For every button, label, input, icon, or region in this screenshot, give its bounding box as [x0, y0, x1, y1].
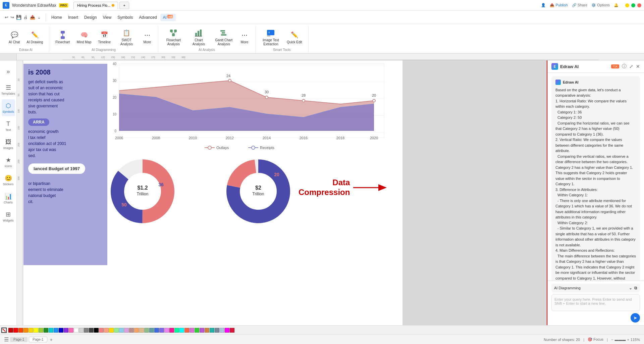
save-btn[interactable]: 💾 [16, 15, 21, 20]
color-swatch[interactable] [169, 328, 174, 333]
canvas-area[interactable]: 20 50 100 150 200 250 300 is 2008 get de… [17, 60, 547, 325]
user-avatar-icon[interactable]: 👤 [541, 3, 546, 7]
ai-expand-btn[interactable]: ⤢ [629, 64, 633, 69]
ribbon-btn-swot[interactable]: 📋 SWOT Analysis [115, 27, 138, 48]
ribbon-btn-chart-analysis[interactable]: Chart Analysis [187, 27, 210, 48]
color-swatch[interactable] [139, 328, 144, 333]
sidebar-btn-text[interactable]: T Text [2, 117, 15, 134]
sidebar-btn-stickers[interactable]: 😊 Stickers [2, 172, 15, 189]
color-swatch[interactable] [129, 328, 134, 333]
ai-info-btn[interactable]: ⓘ [622, 63, 627, 69]
color-swatch[interactable] [99, 328, 104, 333]
export-btn[interactable]: 📤 [30, 15, 35, 20]
color-swatch[interactable] [119, 328, 124, 333]
menu-view[interactable]: View [100, 14, 114, 21]
color-swatch[interactable] [109, 328, 114, 333]
ai-input-field[interactable]: Enter your query here. Press Enter to se… [551, 294, 640, 311]
ribbon-btn-flowchart-analysis[interactable]: Flowchart Analysis [162, 27, 185, 48]
add-page-btn[interactable]: + [50, 337, 53, 342]
color-swatch[interactable] [164, 328, 169, 333]
color-swatch[interactable] [69, 328, 73, 333]
color-swatch[interactable] [190, 328, 194, 333]
print-btn[interactable]: 🖨 [23, 15, 28, 20]
tab-new[interactable]: + [119, 2, 129, 9]
color-swatch[interactable] [54, 328, 58, 333]
notif-icon[interactable]: 🔔 [614, 3, 619, 7]
color-swatch[interactable] [230, 328, 234, 333]
color-swatch[interactable] [94, 328, 99, 333]
color-swatch[interactable] [134, 328, 139, 333]
tab-hiring[interactable]: Hiring Process Flo... [73, 2, 118, 9]
sidebar-expand-btn[interactable]: » [2, 63, 15, 80]
color-swatch[interactable] [205, 328, 209, 333]
ribbon-btn-flowchart[interactable]: Flowchart [53, 29, 72, 46]
color-swatch[interactable] [29, 328, 33, 333]
zoom-out-btn[interactable]: − [611, 338, 613, 342]
no-fill-swatch[interactable] [1, 328, 7, 333]
options-btn[interactable]: ⚙️ Options [591, 3, 610, 7]
menu-home[interactable]: Home [49, 14, 65, 21]
color-swatch[interactable] [39, 328, 43, 333]
color-swatch[interactable] [144, 328, 149, 333]
color-swatch[interactable] [114, 328, 119, 333]
color-swatch[interactable] [74, 328, 78, 333]
color-swatch[interactable] [215, 328, 219, 333]
ribbon-btn-quick-edit[interactable]: ✏️ Quick Edit [285, 29, 304, 46]
color-swatch[interactable] [89, 328, 94, 333]
ai-chat-area[interactable]: Edraw AI Based on the given data, let's … [547, 73, 644, 281]
publish-btn[interactable]: 📤 Publish [550, 3, 568, 7]
color-swatch[interactable] [220, 328, 224, 333]
color-swatch[interactable] [84, 328, 89, 333]
sidebar-btn-charts[interactable]: 📊 Charts [2, 190, 15, 207]
redo-btn[interactable]: ↪ [10, 15, 14, 20]
ribbon-btn-mindmap[interactable]: 🧠 Mind Map [75, 29, 94, 46]
more-quick-btn[interactable]: ⌄ [37, 15, 41, 20]
ribbon-btn-more2[interactable]: ⋯ More [238, 29, 251, 46]
ai-close-btn[interactable]: ✕ [636, 64, 640, 69]
menu-design[interactable]: Design [82, 14, 99, 21]
menu-insert[interactable]: Insert [65, 14, 81, 21]
color-swatch[interactable] [64, 328, 68, 333]
color-swatch[interactable] [34, 328, 38, 333]
sidebar-btn-templates[interactable]: ☰ Templates [2, 81, 15, 98]
zoom-slider[interactable]: ▬▬▬ [614, 338, 626, 342]
ribbon-btn-image-text[interactable]: T Image Text Extraction [260, 27, 282, 48]
sidebar-btn-images[interactable]: 🖼 Images [2, 136, 15, 152]
ribbon-btn-ai-drawing[interactable]: ✏️ AI Drawing [24, 29, 45, 46]
color-swatch[interactable] [44, 328, 48, 333]
color-swatch[interactable] [13, 328, 18, 333]
toggle-sidebar-btn[interactable]: ☰ [4, 336, 9, 343]
color-swatch[interactable] [154, 328, 159, 333]
sidebar-btn-symbols[interactable]: ⬡ Symbols [2, 99, 15, 116]
color-swatch[interactable] [179, 328, 184, 333]
ribbon-btn-ai-chat[interactable]: 💬 AI Chat [7, 29, 22, 46]
share-btn[interactable]: 🔗 Share [572, 3, 587, 7]
copy-icon[interactable]: ⧉ [634, 286, 637, 290]
color-swatch[interactable] [124, 328, 129, 333]
ribbon-btn-gantt-analysis[interactable]: Gantt Chart Analysis [213, 27, 235, 48]
close-btn[interactable] [637, 3, 641, 7]
ai-send-btn[interactable]: ➤ [631, 313, 640, 323]
color-swatch[interactable] [149, 328, 154, 333]
canvas-content[interactable]: is 2008 get deficit swelts assult of an … [23, 60, 547, 325]
color-swatch[interactable] [195, 328, 199, 333]
maximize-btn[interactable] [631, 3, 635, 7]
ribbon-btn-timeline[interactable]: 📅 Timeline [96, 29, 113, 46]
color-swatch[interactable] [59, 328, 63, 333]
sidebar-btn-widgets[interactable]: ⊞ Widgets [2, 208, 15, 225]
color-swatch[interactable] [49, 328, 53, 333]
color-swatch[interactable] [8, 328, 13, 333]
dropdown-chevron-icon[interactable]: ⌄ [629, 286, 632, 290]
color-swatch[interactable] [225, 328, 229, 333]
ribbon-btn-more1[interactable]: ⋯ More [141, 29, 154, 46]
color-swatch[interactable] [210, 328, 214, 333]
color-swatch[interactable] [18, 328, 23, 333]
color-swatch[interactable] [159, 328, 164, 333]
undo-btn[interactable]: ↩ [5, 15, 8, 20]
sidebar-btn-icons[interactable]: ★ Icons [2, 154, 15, 170]
zoom-in-btn[interactable]: + [627, 338, 629, 342]
minimize-btn[interactable] [625, 3, 629, 7]
color-swatch[interactable] [184, 328, 189, 333]
menu-symbols[interactable]: Symbols [115, 14, 136, 21]
color-swatch[interactable] [174, 328, 179, 333]
